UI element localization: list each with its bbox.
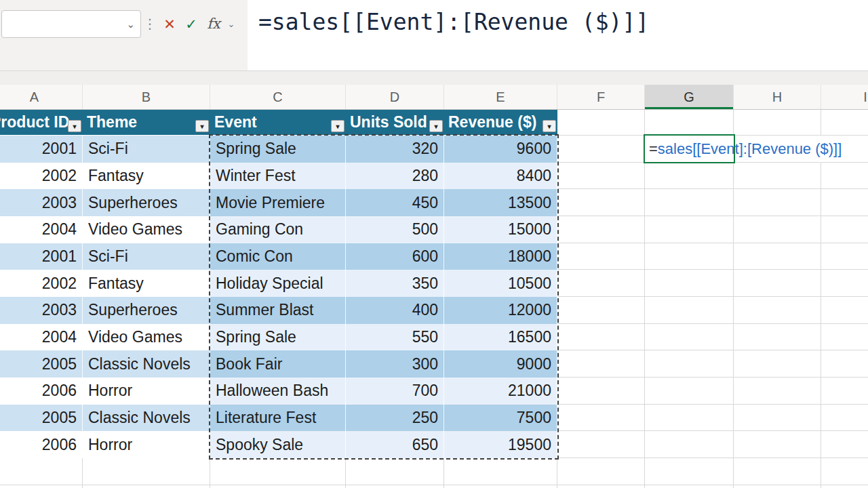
cell[interactable]: 500 bbox=[346, 216, 444, 243]
cancel-icon[interactable]: ✕ bbox=[159, 10, 180, 38]
cell[interactable]: 18000 bbox=[444, 243, 557, 270]
filter-dropdown-icon[interactable]: ▾ bbox=[68, 120, 81, 132]
cell[interactable]: Winter Fest bbox=[210, 163, 346, 190]
cell[interactable] bbox=[821, 163, 868, 190]
cell[interactable]: 15000 bbox=[444, 216, 557, 243]
cell[interactable] bbox=[734, 431, 821, 458]
cell[interactable] bbox=[821, 405, 868, 432]
cell[interactable] bbox=[645, 110, 734, 136]
cell[interactable]: 650 bbox=[346, 431, 444, 458]
cell[interactable]: Spring Sale bbox=[210, 324, 346, 351]
column-header-a[interactable]: A bbox=[0, 85, 83, 109]
cell[interactable]: Video Games bbox=[83, 216, 210, 243]
cell[interactable] bbox=[557, 485, 645, 488]
column-header-c[interactable]: C bbox=[210, 85, 346, 109]
cell[interactable]: 300 bbox=[346, 350, 444, 378]
cell[interactable] bbox=[734, 216, 821, 243]
cell-editor[interactable]: =sales[[Event]:[Revenue ($)]] bbox=[649, 136, 842, 163]
cell[interactable]: 19500 bbox=[444, 431, 557, 458]
cell[interactable] bbox=[645, 270, 734, 297]
cell[interactable] bbox=[821, 350, 868, 378]
cell[interactable]: 400 bbox=[346, 297, 444, 324]
cell[interactable] bbox=[821, 297, 868, 324]
cell[interactable]: 280 bbox=[346, 163, 444, 190]
cell[interactable] bbox=[444, 485, 557, 488]
cell[interactable] bbox=[645, 458, 734, 485]
cell[interactable] bbox=[645, 216, 734, 243]
cell[interactable]: 350 bbox=[346, 270, 444, 297]
column-header-e[interactable]: E bbox=[444, 85, 557, 109]
cell[interactable]: Fantasy bbox=[83, 163, 210, 190]
cell[interactable] bbox=[821, 110, 868, 136]
cell[interactable] bbox=[557, 110, 645, 136]
cell[interactable] bbox=[734, 485, 821, 488]
cell[interactable]: 550 bbox=[346, 324, 444, 351]
cell[interactable] bbox=[734, 324, 821, 351]
cell[interactable]: 16500 bbox=[444, 324, 557, 351]
cell[interactable] bbox=[557, 324, 645, 351]
cell[interactable] bbox=[557, 189, 645, 216]
cell[interactable] bbox=[645, 324, 734, 351]
formula-input[interactable]: =sales[[Event]:[Revenue ($)]] bbox=[248, 0, 868, 70]
cell[interactable]: 8400 bbox=[444, 163, 557, 190]
cell[interactable]: 2004 bbox=[0, 216, 83, 243]
cell[interactable] bbox=[645, 163, 734, 190]
cell[interactable]: 250 bbox=[346, 405, 444, 432]
cell[interactable] bbox=[821, 270, 868, 297]
cell[interactable]: 2002 bbox=[0, 270, 83, 297]
cell[interactable]: 2004 bbox=[0, 324, 83, 351]
filter-dropdown-icon[interactable]: ▾ bbox=[331, 120, 344, 132]
cell[interactable] bbox=[821, 431, 868, 458]
cell[interactable]: 2006 bbox=[0, 378, 83, 405]
cell[interactable]: Holiday Special bbox=[210, 270, 346, 297]
cell[interactable] bbox=[557, 136, 645, 163]
cell[interactable]: 2001 bbox=[0, 243, 83, 270]
cell[interactable] bbox=[821, 216, 868, 243]
cell[interactable] bbox=[557, 216, 645, 243]
cell[interactable]: Literature Fest bbox=[210, 405, 346, 432]
cell[interactable]: Sci-Fi bbox=[83, 136, 210, 163]
cell[interactable]: Halloween Bash bbox=[210, 378, 346, 405]
cell[interactable] bbox=[645, 297, 734, 324]
cell[interactable] bbox=[645, 405, 734, 432]
column-header-b[interactable]: B bbox=[83, 85, 210, 109]
chevron-down-icon[interactable]: ⌄ bbox=[225, 10, 237, 38]
cell[interactable] bbox=[557, 458, 645, 485]
cell[interactable] bbox=[821, 458, 868, 485]
more-options-icon[interactable]: ⋮ bbox=[141, 10, 159, 38]
cell[interactable] bbox=[821, 378, 868, 405]
cell[interactable] bbox=[645, 378, 734, 405]
cell[interactable] bbox=[557, 297, 645, 324]
cell[interactable]: Superheroes bbox=[83, 297, 210, 324]
cell[interactable]: Spring Sale bbox=[210, 136, 346, 163]
cell[interactable]: 2001 bbox=[0, 136, 83, 163]
cell[interactable]: 2005 bbox=[0, 350, 83, 378]
cell[interactable]: Spooky Sale bbox=[210, 431, 346, 458]
cell[interactable]: Horror bbox=[83, 431, 210, 458]
cell[interactable] bbox=[83, 485, 210, 488]
cell[interactable] bbox=[210, 485, 346, 488]
cell[interactable]: 2003 bbox=[0, 297, 83, 324]
cell[interactable] bbox=[557, 163, 645, 190]
cell[interactable]: 2005 bbox=[0, 405, 83, 432]
cell[interactable]: 600 bbox=[346, 243, 444, 270]
cell[interactable]: 700 bbox=[346, 378, 444, 405]
cell[interactable]: Sci-Fi bbox=[83, 243, 210, 270]
cell[interactable] bbox=[734, 243, 821, 270]
cell[interactable] bbox=[645, 243, 734, 270]
cell[interactable]: 2002 bbox=[0, 163, 83, 190]
cell[interactable] bbox=[346, 485, 444, 488]
cell[interactable] bbox=[645, 189, 734, 216]
cell[interactable]: 450 bbox=[346, 189, 444, 216]
cell[interactable] bbox=[557, 378, 645, 405]
cell[interactable] bbox=[0, 458, 83, 485]
insert-function-icon[interactable]: fx bbox=[202, 10, 225, 38]
cell[interactable]: Horror bbox=[83, 378, 210, 405]
cell[interactable]: 13500 bbox=[444, 189, 557, 216]
cell[interactable]: 12000 bbox=[444, 297, 557, 324]
cell[interactable] bbox=[557, 350, 645, 378]
cell[interactable] bbox=[734, 405, 821, 432]
cell[interactable] bbox=[645, 431, 734, 458]
filter-dropdown-icon[interactable]: ▾ bbox=[429, 120, 443, 132]
cell[interactable] bbox=[557, 431, 645, 458]
